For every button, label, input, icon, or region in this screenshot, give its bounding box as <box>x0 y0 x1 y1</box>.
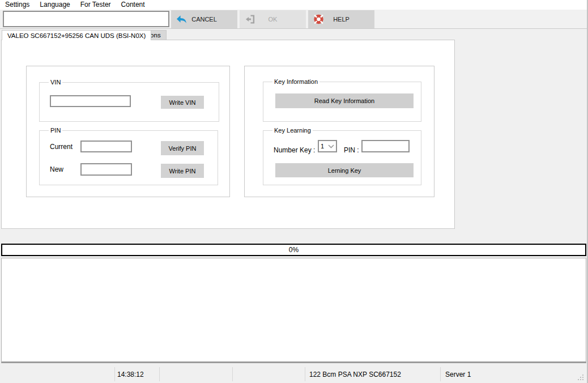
cancel-label: CANCEL <box>171 10 237 28</box>
toolbar: CANCEL OK HELP <box>0 10 587 29</box>
menu-content[interactable]: Content <box>116 0 150 10</box>
ok-button[interactable]: OK <box>240 10 306 28</box>
key-information-group-label: Key Information <box>272 78 319 85</box>
status-separator <box>232 367 233 381</box>
number-key-select[interactable]: 1 <box>318 140 337 152</box>
help-label: HELP <box>308 10 374 28</box>
menu-language[interactable]: Language <box>35 0 75 10</box>
pin-current-label: Current <box>50 143 73 151</box>
status-device: 122 Bcm PSA NXP SC667152 <box>309 371 401 378</box>
command-input[interactable] <box>3 11 169 27</box>
number-key-label: Number Key : <box>274 146 315 154</box>
key-information-group: Key Information Read Key Information <box>263 82 421 122</box>
log-area[interactable] <box>1 258 586 363</box>
pin-group-label: PIN <box>49 127 62 134</box>
key-learning-group-label: Key Learning <box>272 127 313 134</box>
progress-bar: 0% <box>1 244 586 256</box>
vin-pin-panel: VIN Write VIN PIN Current Verify PIN New… <box>26 66 230 197</box>
learning-pin-label: PIN : <box>344 146 359 154</box>
status-server: Server 1 <box>445 371 471 378</box>
menu-bar: Settings Language For Tester Content <box>0 0 587 10</box>
status-separator <box>114 367 115 381</box>
vin-group: VIN Write VIN <box>39 82 219 122</box>
pin-group: PIN Current Verify PIN New Write PIN <box>39 130 218 185</box>
pin-current-input[interactable] <box>80 141 132 152</box>
status-time: 14:38:12 <box>117 371 144 378</box>
app-window: Settings Language For Tester Content CAN… <box>0 0 588 383</box>
cancel-button[interactable]: CANCEL <box>171 10 237 28</box>
chevron-down-icon <box>328 143 334 150</box>
status-bar: 14:38:12 122 Bcm PSA NXP SC667152 Server… <box>0 365 587 383</box>
write-pin-button[interactable]: Write PIN <box>161 164 204 178</box>
resize-grip-icon[interactable] <box>577 374 584 381</box>
vin-input[interactable] <box>50 95 131 107</box>
key-learning-group: Key Learning Number Key : 1 PIN : Lernin… <box>263 130 421 185</box>
menu-settings[interactable]: Settings <box>0 0 35 10</box>
number-key-value: 1 <box>321 143 324 150</box>
status-separator <box>159 367 160 381</box>
tab-valeo-module[interactable]: VALEO SC667152+95256 CAN UDS (BSI-N0X) <box>2 30 151 40</box>
pin-new-input[interactable] <box>80 163 132 176</box>
menu-for-tester[interactable]: For Tester <box>75 0 116 10</box>
vin-group-label: VIN <box>49 79 62 86</box>
status-separator <box>440 367 441 381</box>
status-separator <box>305 367 305 381</box>
verify-pin-button[interactable]: Verify PIN <box>161 141 204 155</box>
key-panel: Key Information Read Key Information Key… <box>244 66 434 197</box>
learning-key-button[interactable]: Lerning Key <box>275 163 414 177</box>
learning-pin-input[interactable] <box>361 140 410 152</box>
progress-percent: 0% <box>289 246 299 254</box>
ok-label: OK <box>240 10 306 28</box>
write-vin-button[interactable]: Write VIN <box>161 96 204 109</box>
pin-new-label: New <box>50 165 63 173</box>
help-button[interactable]: HELP <box>308 10 374 28</box>
read-key-information-button[interactable]: Read Key Information <box>275 93 414 108</box>
tab-content-panel: VIN Write VIN PIN Current Verify PIN New… <box>1 40 455 229</box>
